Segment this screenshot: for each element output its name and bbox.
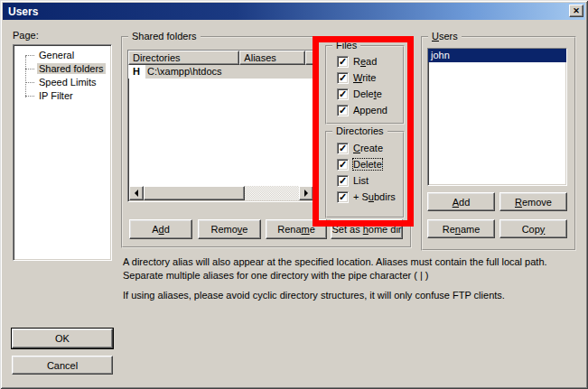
checkbox-append[interactable]: ✓ Append <box>337 104 387 116</box>
checkbox-box[interactable]: ✓ <box>337 72 349 84</box>
user-item-john[interactable]: john <box>428 49 566 62</box>
scroll-left-icon <box>135 190 138 197</box>
scroll-left-button[interactable] <box>129 186 144 200</box>
checkbox-delete-dir[interactable]: ✓ Delete <box>337 158 382 171</box>
page-list[interactable]: General Shared folders Speed Limits IP F… <box>13 44 112 261</box>
checkmark-icon: ✓ <box>339 89 347 98</box>
home-dir-marker: H <box>128 65 145 79</box>
close-button[interactable]: ✕ <box>569 5 583 17</box>
notes-text: A directory alias will also appear at th… <box>123 255 587 302</box>
user-add-button[interactable]: Add <box>427 192 495 211</box>
scrollbar-track[interactable] <box>245 186 299 200</box>
checkbox-box[interactable]: ✓ <box>337 191 349 203</box>
folder-rename-button[interactable]: Rename <box>266 219 327 239</box>
listview-header: Directories Aliases <box>128 51 314 65</box>
directories-listview[interactable]: Directories Aliases H C:\xampp\htdocs <box>127 50 315 202</box>
user-rename-button[interactable]: Rename <box>427 219 495 238</box>
checkbox-box[interactable]: ✓ <box>337 175 349 187</box>
user-copy-button[interactable]: Copy <box>499 219 567 238</box>
checkmark-icon: ✓ <box>339 106 347 115</box>
checkbox-box[interactable]: ✓ <box>337 143 349 154</box>
alias-note: A directory alias will also appear at th… <box>123 255 587 282</box>
checkmark-icon: ✓ <box>339 192 347 201</box>
checkbox-box[interactable]: ✓ <box>337 88 349 100</box>
directories-group: Directories ✓ Create ✓ Delete ✓ List ✓ +… <box>325 131 405 218</box>
checkbox-box[interactable]: ✓ <box>337 56 349 68</box>
checkmark-icon: ✓ <box>339 160 347 169</box>
close-icon: ✕ <box>573 7 580 15</box>
page-item-speed-limits[interactable]: Speed Limits <box>17 76 107 89</box>
page-label: Page: <box>13 30 39 41</box>
checkbox-write[interactable]: ✓ Write <box>337 71 376 84</box>
scrollbar-thumb[interactable] <box>144 186 245 200</box>
directory-row[interactable]: H C:\xampp\htdocs <box>128 65 314 79</box>
checkbox-delete-file[interactable]: ✓ Delete <box>337 88 382 100</box>
checkbox-box[interactable]: ✓ <box>337 159 349 171</box>
title-bar[interactable]: Users <box>3 3 585 20</box>
checkbox-subdirs[interactable]: ✓ + Subdirs <box>337 190 396 203</box>
scroll-right-button[interactable] <box>299 186 313 200</box>
user-remove-button[interactable]: Remove <box>499 192 567 211</box>
directories-group-label: Directories <box>332 125 387 136</box>
ok-button[interactable]: OK <box>12 329 113 348</box>
users-list[interactable]: john <box>427 48 567 186</box>
column-header-directories[interactable]: Directories <box>128 51 239 65</box>
checkmark-icon: ✓ <box>339 176 347 185</box>
checkmark-icon: ✓ <box>339 57 347 66</box>
checkbox-box[interactable]: ✓ <box>337 105 349 116</box>
checkmark-icon: ✓ <box>339 144 347 153</box>
window-title: Users <box>8 5 38 18</box>
shared-folders-group-label: Shared folders <box>128 31 201 42</box>
users-group-label: Users <box>428 31 462 42</box>
cyclic-note: If using aliases, please avoid cyclic di… <box>123 289 587 302</box>
users-dialog: Users ✕ Page: General Shared folders Spe… <box>0 0 588 389</box>
scroll-right-icon <box>304 190 308 197</box>
files-group: Files ✓ Read ✓ Write ✓ Delete ✓ Append <box>325 45 405 125</box>
cancel-button[interactable]: Cancel <box>12 356 113 375</box>
checkmark-icon: ✓ <box>339 73 347 82</box>
page-item-shared-folders[interactable]: Shared folders <box>17 62 107 76</box>
page-item-general[interactable]: General <box>17 49 107 62</box>
folder-remove-button[interactable]: Remove <box>198 219 261 239</box>
checkbox-read[interactable]: ✓ Read <box>337 55 377 68</box>
folder-add-button[interactable]: Add <box>129 219 192 239</box>
horizontal-scrollbar[interactable] <box>129 186 313 200</box>
directory-path: C:\xampp\htdocs <box>145 65 314 79</box>
checkbox-create[interactable]: ✓ Create <box>337 142 383 154</box>
page-tree: General Shared folders Speed Limits IP F… <box>17 49 107 103</box>
page-item-ip-filter[interactable]: IP Filter <box>17 89 107 103</box>
set-home-dir-button[interactable]: Set as home dir <box>331 219 403 239</box>
column-header-aliases[interactable]: Aliases <box>239 51 305 65</box>
column-header-filler <box>305 51 314 65</box>
files-group-label: Files <box>332 40 360 51</box>
checkbox-list[interactable]: ✓ List <box>337 174 369 187</box>
